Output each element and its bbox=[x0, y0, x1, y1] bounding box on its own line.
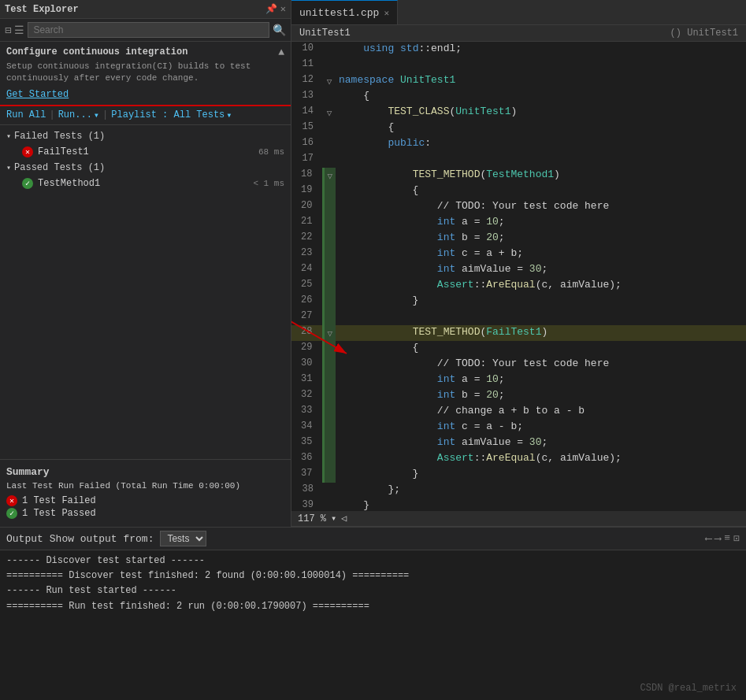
line-code: } bbox=[336, 467, 746, 483]
line-number: 13 bbox=[291, 89, 323, 105]
line-gutter[interactable]: ▽ bbox=[323, 105, 336, 120]
line-gutter[interactable] bbox=[323, 483, 336, 498]
line-gutter[interactable] bbox=[323, 420, 336, 435]
search-input[interactable] bbox=[28, 22, 269, 38]
code-table: 10 using std::endl;11 12▽namespace UnitT… bbox=[291, 42, 746, 511]
ci-banner-link[interactable]: Get Started bbox=[6, 89, 69, 100]
output-line: ========== Discover test finished: 2 fou… bbox=[6, 569, 740, 583]
test-item-failtest1[interactable]: ✕ FailTest1 68 ms bbox=[0, 144, 291, 160]
summary-fail-icon: ✕ bbox=[6, 495, 17, 506]
line-code bbox=[336, 309, 746, 325]
line-code bbox=[336, 152, 746, 168]
group-icon[interactable]: ⊟ bbox=[5, 24, 11, 37]
fold-button[interactable]: ▽ bbox=[327, 109, 332, 118]
editor-tab-unittest1[interactable]: unittest1.cpp ✕ bbox=[291, 0, 398, 24]
close-icon[interactable]: ✕ bbox=[280, 3, 286, 15]
watermark: CSDN @real_metrix bbox=[640, 683, 737, 694]
tab-close-icon[interactable]: ✕ bbox=[384, 8, 389, 18]
playlist-chevron-icon: ▾ bbox=[226, 109, 232, 121]
line-gutter[interactable] bbox=[323, 357, 336, 372]
line-gutter[interactable]: ▽ bbox=[323, 168, 336, 183]
output-line: ------ Discover test started ------ bbox=[6, 554, 740, 569]
summary-fail-item: ✕ 1 Test Failed bbox=[6, 495, 284, 506]
line-gutter[interactable] bbox=[323, 372, 336, 388]
line-code bbox=[336, 57, 746, 73]
filter-icon[interactable]: ☰ bbox=[14, 24, 24, 37]
fold-button[interactable]: ▽ bbox=[327, 329, 332, 339]
line-gutter[interactable]: ▽ bbox=[323, 325, 336, 341]
failed-tests-group[interactable]: ▾ Failed Tests (1) bbox=[0, 128, 291, 144]
line-code: using std::endl; bbox=[336, 42, 746, 57]
code-area[interactable]: 10 using std::endl;11 12▽namespace UnitT… bbox=[291, 42, 746, 511]
playlist-dropdown[interactable]: Playlist : All Tests ▾ bbox=[111, 109, 232, 121]
passed-group-label: Passed Tests (1) bbox=[14, 162, 105, 173]
ci-banner-desc: Setup continuous integration(CI) builds … bbox=[6, 61, 284, 85]
output-source-select[interactable]: Tests bbox=[160, 531, 206, 546]
output-btn1[interactable]: ⟵ bbox=[706, 532, 712, 545]
line-gutter[interactable] bbox=[323, 341, 336, 357]
line-number: 24 bbox=[291, 262, 323, 278]
line-code: } bbox=[336, 294, 746, 309]
output-icons: ⟵ ⟶ ≡ ⊡ bbox=[706, 532, 740, 545]
output-panel: Output Show output from: Tests ⟵ ⟶ ≡ ⊡ -… bbox=[0, 528, 746, 700]
line-gutter[interactable] bbox=[323, 435, 336, 451]
line-number: 17 bbox=[291, 152, 323, 168]
line-code: } bbox=[336, 498, 746, 511]
line-number: 20 bbox=[291, 199, 323, 215]
fold-button[interactable]: ▽ bbox=[327, 172, 332, 181]
line-gutter[interactable] bbox=[323, 309, 336, 325]
output-btn4[interactable]: ⊡ bbox=[733, 532, 740, 545]
line-gutter[interactable]: ▽ bbox=[323, 73, 336, 89]
line-gutter[interactable] bbox=[323, 294, 336, 309]
run-all-button[interactable]: Run All bbox=[6, 109, 46, 120]
line-gutter[interactable] bbox=[323, 152, 336, 168]
line-gutter[interactable] bbox=[323, 120, 336, 136]
line-number: 23 bbox=[291, 246, 323, 262]
line-number: 39 bbox=[291, 498, 323, 511]
passed-tests-group[interactable]: ▾ Passed Tests (1) bbox=[0, 160, 291, 176]
output-title: Output bbox=[6, 533, 43, 545]
summary-pass-icon: ✓ bbox=[6, 508, 17, 519]
line-gutter[interactable] bbox=[323, 498, 336, 511]
output-btn2[interactable]: ⟶ bbox=[715, 532, 722, 545]
line-number: 38 bbox=[291, 483, 323, 498]
test-item-testmethod1[interactable]: ✓ TestMethod1 < 1 ms bbox=[0, 176, 291, 191]
line-number: 28 bbox=[291, 325, 323, 341]
zoom-left-icon[interactable]: ◁ bbox=[341, 513, 347, 524]
run-dropdown[interactable]: Run... ▾ bbox=[58, 109, 99, 121]
line-number: 27 bbox=[291, 309, 323, 325]
line-gutter[interactable] bbox=[323, 246, 336, 262]
fold-button[interactable]: ▽ bbox=[327, 77, 332, 87]
line-gutter[interactable] bbox=[323, 215, 336, 231]
line-gutter[interactable] bbox=[323, 136, 336, 152]
test-list: ▾ Failed Tests (1) ✕ FailTest1 68 ms ▾ P… bbox=[0, 125, 291, 459]
sidebar-title-bar: Test Explorer 📌 ✕ bbox=[0, 0, 291, 19]
tab-filename: unittest1.cpp bbox=[299, 7, 379, 19]
zoom-chevron-icon[interactable]: ▾ bbox=[331, 513, 336, 524]
line-gutter[interactable] bbox=[323, 404, 336, 420]
pin-icon[interactable]: 📌 bbox=[265, 3, 277, 15]
summary-subtitle: Last Test Run Failed (Total Run Time 0:0… bbox=[6, 481, 284, 491]
line-code: int a = 10; bbox=[336, 215, 746, 231]
line-gutter[interactable] bbox=[323, 231, 336, 246]
action-bar: Run All | Run... ▾ | Playlist : All Test… bbox=[0, 106, 291, 125]
summary-section: Summary Last Test Run Failed (Total Run … bbox=[0, 459, 291, 527]
line-number: 22 bbox=[291, 231, 323, 246]
line-code: // change a + b to a - b bbox=[336, 404, 746, 420]
line-gutter[interactable] bbox=[323, 451, 336, 467]
line-gutter[interactable] bbox=[323, 262, 336, 278]
line-gutter[interactable] bbox=[323, 199, 336, 215]
line-code: int a = 10; bbox=[336, 372, 746, 388]
line-gutter[interactable] bbox=[323, 57, 336, 73]
line-gutter[interactable] bbox=[323, 388, 336, 404]
line-code: // TODO: Your test code here bbox=[336, 199, 746, 215]
ci-banner-collapse-icon[interactable]: ▲ bbox=[278, 46, 284, 58]
line-gutter[interactable] bbox=[323, 183, 336, 199]
output-btn3[interactable]: ≡ bbox=[724, 532, 730, 545]
search-icon[interactable]: 🔍 bbox=[273, 24, 286, 37]
line-gutter[interactable] bbox=[323, 89, 336, 105]
line-gutter[interactable] bbox=[323, 42, 336, 57]
line-gutter[interactable] bbox=[323, 467, 336, 483]
breadcrumb-left[interactable]: UnitTest1 bbox=[299, 28, 351, 39]
line-gutter[interactable] bbox=[323, 278, 336, 294]
